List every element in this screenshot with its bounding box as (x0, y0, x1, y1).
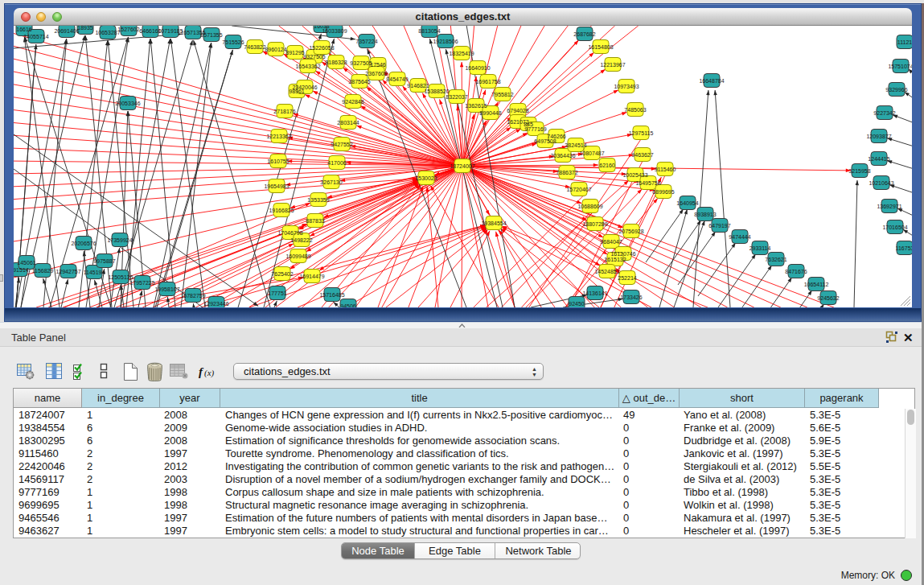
svg-text:7955812: 7955812 (491, 92, 513, 97)
svg-text:10025433: 10025433 (622, 172, 647, 178)
svg-text:10654112: 10654112 (804, 282, 829, 287)
svg-text:1498222: 1498222 (290, 237, 312, 243)
svg-text:2367608: 2367608 (365, 71, 387, 76)
svg-text:15226058: 15226058 (309, 45, 334, 51)
svg-text:3215958: 3215958 (848, 168, 870, 174)
svg-text:f: f (199, 365, 204, 378)
svg-text:62160: 62160 (599, 163, 615, 168)
svg-text:18724007: 18724007 (450, 163, 474, 169)
svg-text:15716485: 15716485 (319, 292, 344, 298)
svg-text:12093877: 12093877 (866, 134, 891, 139)
svg-text:7625402: 7625402 (271, 271, 293, 277)
svg-text:9245632: 9245632 (817, 295, 839, 301)
svg-text:1530023: 1530023 (415, 175, 437, 181)
svg-text:15388520: 15388520 (424, 89, 449, 94)
svg-text:6497508: 6497508 (534, 138, 556, 144)
svg-text:1244415: 1244415 (868, 156, 889, 162)
svg-text:11121: 11121 (897, 39, 912, 45)
svg-text:16120746: 16120746 (610, 251, 635, 257)
svg-text:9684047: 9684047 (600, 239, 622, 245)
svg-text:16640910: 16640910 (465, 65, 490, 71)
svg-text:746266: 746266 (547, 134, 565, 139)
svg-text:2803144: 2803144 (337, 120, 359, 126)
svg-text:16099489: 16099489 (285, 253, 310, 259)
svg-text:1145194: 1145194 (84, 270, 105, 275)
svg-text:6794028: 6794028 (507, 108, 528, 113)
svg-text:18807289: 18807289 (582, 221, 607, 227)
svg-text:8571355: 8571355 (200, 32, 222, 38)
svg-text:20691406: 20691406 (54, 28, 79, 34)
svg-text:12923446: 12923446 (203, 301, 228, 307)
svg-text:391514: 391514 (14, 267, 29, 273)
svg-text:16154808: 16154808 (588, 44, 613, 50)
svg-text:10973493: 10973493 (614, 84, 639, 89)
svg-text:17957225: 17957225 (129, 280, 154, 286)
svg-text:1733426: 1733426 (620, 295, 642, 300)
svg-text:16648784: 16648784 (699, 78, 724, 84)
svg-text:7357224: 7357224 (355, 39, 377, 44)
svg-text:16616: 16616 (16, 27, 32, 32)
svg-text:9327505: 9327505 (303, 54, 325, 60)
svg-text:16961758: 16961758 (475, 79, 500, 84)
svg-text:17359924: 17359924 (107, 237, 132, 243)
svg-text:19166825: 19166825 (269, 208, 294, 213)
svg-text:18325419: 18325419 (449, 51, 474, 56)
svg-text:10719185: 10719185 (158, 28, 183, 34)
svg-text:1527602: 1527602 (117, 27, 139, 32)
svg-text:92450: 92450 (569, 301, 585, 307)
svg-text:6479197: 6479197 (708, 223, 730, 229)
svg-text:14136141: 14136141 (582, 290, 607, 296)
svg-text:9329966: 9329966 (885, 87, 907, 93)
svg-text:16914479: 16914479 (299, 274, 324, 279)
svg-text:8322037: 8322037 (446, 94, 467, 100)
svg-text:8813054: 8813054 (418, 28, 440, 34)
svg-text:417006: 417006 (327, 160, 346, 166)
svg-text:8186328: 8186328 (325, 60, 347, 65)
svg-text:16495758: 16495758 (635, 180, 660, 186)
svg-text:15720407: 15720407 (566, 187, 591, 192)
svg-text:1353359: 1353359 (307, 197, 329, 203)
svg-text:8960124: 8960124 (265, 47, 286, 52)
svg-text:116753: 116753 (896, 245, 912, 251)
svg-text:14055714: 14055714 (23, 34, 48, 39)
svg-text:7463822: 7463822 (244, 44, 265, 50)
svg-text:9242848: 9242848 (342, 99, 363, 105)
svg-text:887833: 887833 (306, 218, 324, 224)
svg-text:252214: 252214 (618, 275, 636, 281)
svg-text:3875645: 3875645 (348, 79, 370, 84)
svg-text:1156829: 1156829 (32, 268, 54, 274)
svg-text:12505135: 12505135 (108, 274, 133, 280)
svg-text:16033809: 16033809 (322, 28, 347, 34)
svg-text:19218506: 19218506 (433, 39, 458, 44)
svg-text:9327505: 9327505 (350, 60, 372, 66)
svg-text:8471676: 8471676 (785, 269, 807, 274)
svg-text:9227342: 9227342 (873, 110, 895, 116)
svg-text:8938913: 8938913 (694, 212, 716, 217)
svg-text:10688609: 10688609 (577, 204, 602, 209)
svg-text:14524851: 14524851 (594, 269, 619, 274)
svg-text:9474444: 9474444 (729, 234, 750, 240)
svg-text:145061: 145061 (17, 260, 35, 266)
svg-text:13692971: 13692971 (877, 204, 901, 209)
svg-text:17016504: 17016504 (882, 225, 907, 230)
svg-text:94506: 94506 (340, 303, 356, 308)
svg-text:9115460: 9115460 (655, 167, 676, 172)
svg-text:20364436: 20364436 (550, 153, 575, 159)
svg-text:8454749: 8454749 (386, 76, 408, 82)
svg-text:6899695: 6899695 (652, 189, 674, 195)
svg-text:9463627: 9463627 (631, 152, 653, 158)
svg-text:19384554: 19384554 (481, 220, 506, 226)
svg-text:19654983: 19654983 (264, 183, 289, 189)
svg-text:177751: 177751 (268, 290, 286, 296)
svg-text:2933114: 2933114 (749, 245, 771, 251)
svg-text:17546: 17546 (370, 62, 386, 68)
svg-text:20756928: 20756928 (618, 229, 643, 234)
svg-text:16543362: 16543362 (295, 64, 320, 69)
svg-text:17046798: 17046798 (277, 230, 302, 236)
svg-text:16782759: 16782759 (180, 293, 205, 299)
svg-text:7515526: 7515526 (222, 39, 244, 45)
svg-text:10653287: 10653287 (95, 30, 120, 35)
svg-text:10210643: 10210643 (869, 180, 893, 186)
svg-text:7632621: 7632621 (765, 257, 786, 262)
svg-text:891295: 891295 (285, 50, 304, 56)
